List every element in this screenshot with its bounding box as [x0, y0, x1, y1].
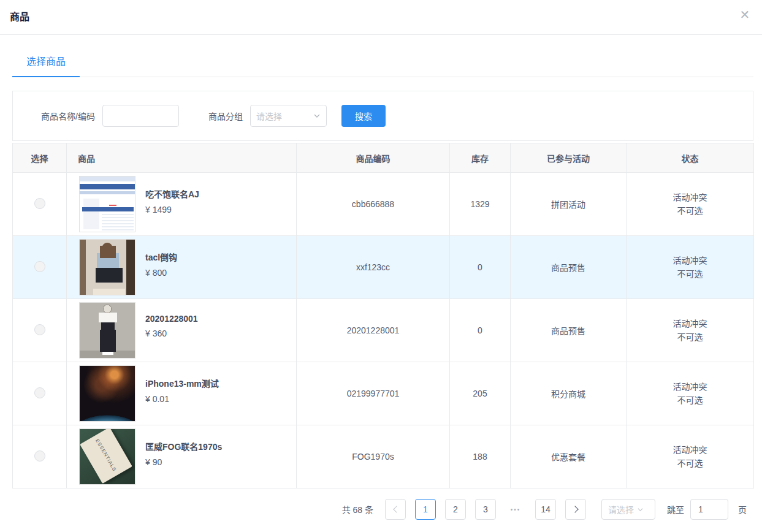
- pagination: 共 68 条 1 2 3 ••• 14 请选择 跳至 页: [12, 499, 753, 520]
- product-price: ¥ 360: [145, 329, 198, 338]
- table-row: tacl倒钩 ¥ 800 xxf123cc 0 商品预售 活动冲突 不可选: [13, 236, 754, 299]
- product-name: 20201228001: [145, 314, 198, 324]
- chevron-down-icon: [637, 506, 644, 513]
- column-select: 选择: [13, 143, 67, 173]
- page-size-placeholder: 请选择: [608, 503, 634, 515]
- table-header-row: 选择 商品 商品编码 库存 已参与活动 状态: [13, 143, 754, 173]
- column-stock: 库存: [450, 143, 511, 173]
- tab-bar: 选择商品: [12, 47, 753, 77]
- product-stock: 0: [450, 299, 511, 362]
- row-radio[interactable]: [34, 198, 45, 209]
- product-image-text: ESSENTIALS: [80, 428, 132, 484]
- product-name: 吃不饱联名AJ: [145, 188, 199, 200]
- filter-bar: 商品名称/编码 商品分组 请选择 搜索: [12, 91, 753, 141]
- product-activity: 拼团活动: [511, 173, 627, 236]
- table-row: 20201228001 ¥ 360 20201228001 0 商品预售 活动冲…: [13, 299, 754, 362]
- product-activity: 商品预售: [511, 299, 627, 362]
- product-name-code-label: 商品名称/编码: [41, 110, 95, 122]
- page-button-1[interactable]: 1: [415, 499, 436, 520]
- product-image: [79, 239, 135, 295]
- product-image: [79, 365, 135, 422]
- modal-header: 商品 ✕: [0, 0, 762, 35]
- chevron-right-icon: [571, 506, 578, 512]
- product-image: [79, 302, 135, 359]
- product-group-select[interactable]: 请选择: [250, 105, 327, 127]
- page-size-select[interactable]: 请选择: [601, 499, 655, 520]
- row-radio[interactable]: [34, 324, 45, 335]
- product-price: ¥ 0.01: [145, 394, 219, 404]
- chevron-down-icon: [313, 112, 321, 120]
- product-activity: 商品预售: [511, 236, 627, 299]
- tab-select-product[interactable]: 选择商品: [12, 47, 80, 77]
- page-button-2[interactable]: 2: [445, 499, 466, 520]
- table-row: ESSENTIALS 匡威FOG联名1970s ¥ 90 FOG1970s 18…: [13, 425, 754, 488]
- product-code: 02199977701: [297, 362, 450, 425]
- product-stock: 188: [450, 425, 511, 488]
- select-placeholder: 请选择: [256, 110, 282, 122]
- next-page-button[interactable]: [565, 499, 586, 520]
- product-price: ¥ 800: [145, 268, 177, 278]
- product-stock: 1329: [450, 173, 511, 236]
- product-stock: 0: [450, 236, 511, 299]
- product-status: 活动冲突 不可选: [627, 425, 754, 488]
- modal-title: 商品: [10, 10, 752, 25]
- prev-page-button[interactable]: [385, 499, 406, 520]
- product-activity: 积分商城: [511, 362, 627, 425]
- table-row: iPhone13-mm测试 ¥ 0.01 02199977701 205 积分商…: [13, 362, 754, 425]
- jump-to-page-input[interactable]: [690, 499, 728, 520]
- table-row: 吃不饱联名AJ ¥ 1499 cbb666888 1329 拼团活动 活动冲突 …: [13, 173, 754, 236]
- product-image: ESSENTIALS: [79, 428, 135, 485]
- product-status: 活动冲突 不可选: [627, 362, 754, 425]
- column-activity: 已参与活动: [511, 143, 627, 173]
- pagination-total: 共 68 条: [342, 503, 373, 515]
- row-radio[interactable]: [34, 387, 45, 398]
- product-name: 匡威FOG联名1970s: [145, 440, 222, 452]
- chevron-left-icon: [393, 506, 400, 512]
- product-name: tacl倒钩: [145, 251, 177, 263]
- product-code: cbb666888: [297, 173, 450, 236]
- search-button[interactable]: 搜索: [341, 105, 386, 127]
- product-modal: 商品 ✕ 选择商品 商品名称/编码 商品分组 请选择 搜索 选择: [0, 0, 762, 520]
- product-status: 活动冲突 不可选: [627, 299, 754, 362]
- row-radio[interactable]: [34, 450, 45, 462]
- product-code: FOG1970s: [297, 425, 450, 488]
- page-button-3[interactable]: 3: [475, 499, 496, 520]
- product-table: 选择 商品 商品编码 库存 已参与活动 状态 吃不饱联名AJ ¥ 1499: [12, 143, 754, 488]
- product-status: 活动冲突 不可选: [627, 236, 754, 299]
- modal-body: 选择商品 商品名称/编码 商品分组 请选择 搜索 选择 商品 商品编码: [0, 47, 762, 520]
- product-price: ¥ 90: [145, 457, 222, 467]
- row-radio[interactable]: [34, 261, 45, 272]
- column-status: 状态: [627, 143, 754, 173]
- product-activity: 优惠套餐: [511, 425, 627, 488]
- product-stock: 205: [450, 362, 511, 425]
- product-name: iPhone13-mm测试: [145, 377, 219, 389]
- jump-to-label: 跳至: [667, 503, 684, 515]
- product-image: [79, 176, 135, 232]
- product-price: ¥ 1499: [145, 205, 199, 215]
- pagination-ellipsis[interactable]: •••: [505, 506, 526, 513]
- column-product: 商品: [67, 143, 297, 173]
- product-status: 活动冲突 不可选: [627, 173, 754, 236]
- product-name-code-input[interactable]: [102, 105, 179, 127]
- product-code: 20201228001: [297, 299, 450, 362]
- product-code: xxf123cc: [297, 236, 450, 299]
- page-unit-label: 页: [738, 503, 747, 515]
- close-icon[interactable]: ✕: [736, 6, 753, 23]
- product-group-label: 商品分组: [208, 110, 243, 122]
- page-button-14[interactable]: 14: [535, 499, 556, 520]
- column-code: 商品编码: [297, 143, 450, 173]
